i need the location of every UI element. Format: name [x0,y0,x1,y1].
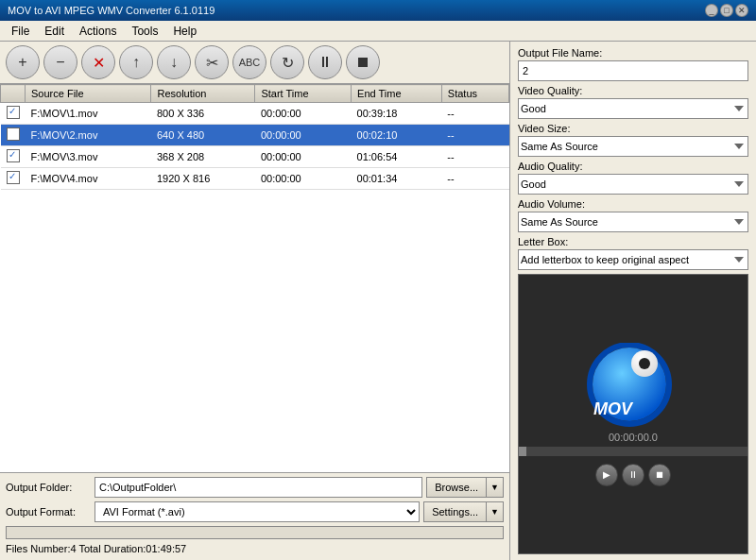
row-end: 01:06:54 [352,146,442,168]
left-panel: + − ✕ ↑ ↓ ✂ ABC ↻ ⏸ ⏹ Source File Resolu… [0,42,510,560]
table-row[interactable]: F:\MOV\3.mov 368 X 208 00:00:00 01:06:54… [1,146,509,168]
video-size-field: Video Size: Same As Source 320x240 640x4… [518,123,748,157]
move-down-button[interactable]: ↓ [157,45,191,79]
browse-button-group: Browse... ▼ [426,477,504,498]
checkbox-icon [7,171,20,184]
progress-bar [6,526,504,539]
table-row[interactable]: F:\MOV\4.mov 1920 X 816 00:00:00 00:01:3… [1,168,509,190]
move-up-button[interactable]: ↑ [119,45,153,79]
preview-scrollbar[interactable] [519,447,747,456]
maximize-button[interactable]: □ [720,4,733,17]
checkbox-icon [7,149,20,162]
settings-button[interactable]: Settings... [423,501,486,522]
remove-button[interactable]: − [43,45,77,79]
video-size-select[interactable]: Same As Source 320x240 640x480 1280x720 [518,136,748,157]
svg-text:MOV: MOV [593,399,634,418]
menu-edit[interactable]: Edit [37,23,72,40]
audio-volume-select[interactable]: Same As Source 50% 75% 100% 125% 150% [518,212,748,232]
audio-volume-field: Audio Volume: Same As Source 50% 75% 100… [518,198,748,232]
toolbar: + − ✕ ↑ ↓ ✂ ABC ↻ ⏸ ⏹ [0,42,509,84]
row-checkbox[interactable] [1,103,26,125]
output-name-label: Output File Name: [518,47,748,59]
cut-button[interactable]: ✂ [195,45,229,79]
preview-stop-button[interactable]: ⏹ [648,464,671,486]
output-format-label: Output Format: [6,506,91,518]
close-button[interactable]: ✕ [735,4,748,17]
col-header-check [1,85,26,103]
row-checkbox[interactable] [1,125,26,146]
row-file: F:\MOV\2.mov [26,125,151,146]
preview-pause-button[interactable]: ⏸ [622,464,644,486]
main-content: + − ✕ ↑ ↓ ✂ ABC ↻ ⏸ ⏹ Source File Resolu… [0,42,756,560]
row-status: -- [441,168,508,190]
col-header-start: Start Time [255,85,352,103]
add-button[interactable]: + [6,45,40,79]
audio-quality-field: Audio Quality: Good Better Best Normal [518,161,748,195]
file-table-container: Source File Resolution Start Time End Ti… [0,84,509,472]
row-status: -- [441,146,508,168]
audio-volume-label: Audio Volume: [518,198,748,210]
row-start: 00:00:00 [255,146,352,168]
abc-button[interactable]: ABC [232,45,266,79]
preview-time: 00:00:00.0 [609,432,658,443]
video-size-label: Video Size: [518,123,748,134]
checkbox-icon [7,106,20,119]
row-start: 00:00:00 [255,103,352,125]
menu-help[interactable]: Help [165,23,204,40]
app-title: MOV to AVI MPEG WMV Converter 6.1.0119 [8,5,215,16]
row-resolution: 368 X 208 [151,146,255,168]
output-format-select[interactable]: AVI Format (*.avi) MPEG Format (*.mpg) W… [94,501,420,522]
files-info: Files Number:4 Total Duration:01:49:57 [6,543,186,554]
audio-quality-label: Audio Quality: [518,161,748,172]
pause-button[interactable]: ⏸ [308,45,342,79]
checkbox-icon [7,127,20,141]
table-row[interactable]: F:\MOV\2.mov 640 X 480 00:00:00 00:02:10… [1,125,509,146]
row-checkbox[interactable] [1,146,26,168]
audio-quality-select[interactable]: Good Better Best Normal [518,174,748,195]
settings-dropdown-button[interactable]: ▼ [486,501,504,522]
menu-bar: File Edit Actions Tools Help [0,21,756,42]
stop-button[interactable]: ⏹ [346,45,380,79]
settings-button-group: Settings... ▼ [423,501,504,522]
preview-controls: ▶ ⏸ ⏹ [595,464,671,486]
cancel-button[interactable]: ✕ [81,45,115,79]
menu-file[interactable]: File [4,23,37,40]
menu-tools[interactable]: Tools [124,23,165,40]
video-quality-label: Video Quality: [518,85,748,96]
row-end: 00:02:10 [352,125,442,146]
row-status: -- [441,103,508,125]
row-start: 00:00:00 [255,125,352,146]
row-file: F:\MOV\3.mov [26,146,151,168]
row-end: 00:39:18 [352,103,442,125]
output-format-row: Output Format: AVI Format (*.avi) MPEG F… [6,501,504,522]
menu-actions[interactable]: Actions [72,23,124,40]
col-header-status: Status [441,85,508,103]
browse-dropdown-button[interactable]: ▼ [486,477,504,498]
row-resolution: 1920 X 816 [151,168,255,190]
row-start: 00:00:00 [255,168,352,190]
row-file: F:\MOV\1.mov [26,103,151,125]
preview-area: MOV 00:00:00.0 ▶ ⏸ ⏹ [518,274,748,554]
row-end: 00:01:34 [352,168,442,190]
output-folder-row: Output Folder: Browse... ▼ [6,477,504,498]
col-header-end: End Time [352,85,442,103]
right-panel: Output File Name: Video Quality: Good Be… [510,42,756,560]
video-quality-select[interactable]: Good Better Best Normal [518,98,748,119]
output-folder-input[interactable] [94,477,422,498]
bottom-panel: Output Folder: Browse... ▼ Output Format… [0,472,509,560]
table-row[interactable]: F:\MOV\1.mov 800 X 336 00:00:00 00:39:18… [1,103,509,125]
letterbox-select[interactable]: Add letterbox to keep original aspect No… [518,249,748,270]
col-header-resolution: Resolution [151,85,255,103]
row-file: F:\MOV\4.mov [26,168,151,190]
letterbox-label: Letter Box: [518,236,748,247]
row-checkbox[interactable] [1,168,26,190]
window-controls: _ □ ✕ [705,4,748,17]
play-button[interactable]: ▶ [595,464,618,486]
refresh-button[interactable]: ↻ [270,45,304,79]
row-resolution: 800 X 336 [151,103,255,125]
video-quality-field: Video Quality: Good Better Best Normal [518,85,748,119]
title-bar: MOV to AVI MPEG WMV Converter 6.1.0119 _… [0,0,756,21]
output-name-input[interactable] [518,60,748,81]
minimize-button[interactable]: _ [705,4,718,17]
browse-button[interactable]: Browse... [426,477,486,498]
